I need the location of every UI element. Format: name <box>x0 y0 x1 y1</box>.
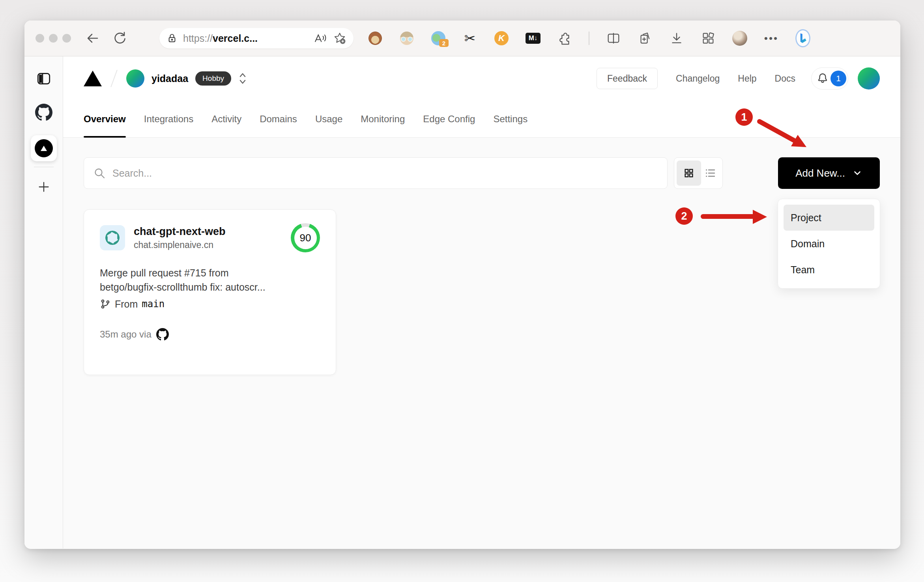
browser-profile-avatar[interactable] <box>732 31 747 46</box>
extensions-row: 2 ✂ K M↓ ••• <box>368 31 810 46</box>
commit-line-2: betgo/bugfix-scrollthumb fix: autoscr... <box>100 280 320 294</box>
view-toggle <box>674 157 723 189</box>
settings-more-icon[interactable]: ••• <box>764 31 779 46</box>
dropdown-item-project[interactable]: Project <box>784 205 874 231</box>
team-name[interactable]: yidadaa <box>152 73 188 84</box>
vercel-app-tile-active[interactable] <box>31 135 57 161</box>
bell-icon <box>816 72 829 85</box>
address-bar[interactable]: https://vercel.c... <box>159 28 354 48</box>
vercel-circle-icon <box>35 139 53 157</box>
search-input[interactable] <box>112 168 658 179</box>
translate-extension-icon[interactable]: 2 <box>431 31 446 46</box>
project-domain[interactable]: chat.simplenaive.cn <box>134 240 226 250</box>
branch-row: From main <box>100 298 320 310</box>
annotation-step-2: 2 <box>675 207 693 225</box>
github-icon <box>156 328 169 341</box>
grid-view-button[interactable] <box>677 160 701 186</box>
notifications-button[interactable]: 1 <box>811 67 848 90</box>
chevron-down-icon <box>852 168 862 178</box>
projects-toolbar: Add New... <box>84 157 880 189</box>
annotation-step-1: 1 <box>735 108 753 126</box>
reload-icon[interactable] <box>112 31 127 46</box>
add-app-button[interactable] <box>35 178 52 196</box>
dropdown-item-team[interactable]: Team <box>784 257 874 283</box>
header-actions: Feedback Changelog Help Docs 1 <box>597 67 880 90</box>
github-sidebar-icon[interactable] <box>35 104 52 121</box>
user-avatar[interactable] <box>858 67 880 90</box>
apps-grid-icon[interactable] <box>701 31 716 46</box>
branch-name: main <box>142 298 165 310</box>
k-letter-icon: K <box>494 31 509 45</box>
tab-edge-config[interactable]: Edge Config <box>423 101 475 137</box>
dropdown-item-domain[interactable]: Domain <box>784 231 874 257</box>
split-screen-icon[interactable] <box>606 31 621 46</box>
branch-prefix: From <box>115 298 138 310</box>
add-new-label: Add New... <box>795 167 845 179</box>
sidebar-toggle-button[interactable] <box>35 70 52 87</box>
search-box[interactable] <box>84 157 668 189</box>
tab-usage[interactable]: Usage <box>315 101 342 137</box>
add-new-dropdown: Project Domain Team <box>778 199 880 289</box>
monkey-icon <box>368 32 382 45</box>
translate-icon: 2 <box>431 31 445 45</box>
lighthouse-score-ring: 90 <box>291 223 320 252</box>
project-name: chat-gpt-next-web <box>134 226 226 238</box>
zoom-window-button[interactable] <box>62 34 71 43</box>
profile-photo-icon <box>732 31 747 46</box>
plan-badge: Hobby <box>195 71 231 86</box>
tab-monitoring[interactable]: Monitoring <box>361 101 405 137</box>
browser-toolbar: https://vercel.c... 2 ✂ K M↓ <box>24 21 900 56</box>
extension-count-badge: 2 <box>439 39 449 47</box>
deploy-meta-row: 35m ago via <box>100 328 320 341</box>
url-scheme: https:// <box>183 33 213 44</box>
extensions-menu-icon[interactable] <box>557 31 572 46</box>
list-view-button[interactable] <box>701 160 720 186</box>
markdown-extension-icon[interactable]: M↓ <box>526 31 541 46</box>
minimize-window-button[interactable] <box>49 34 58 43</box>
commit-line-1: Merge pull request #715 from <box>100 266 320 280</box>
tab-overview[interactable]: Overview <box>84 101 126 137</box>
read-aloud-icon[interactable] <box>313 32 327 45</box>
url-host: vercel.c... <box>213 33 258 44</box>
add-new-button[interactable]: Add New... <box>778 157 880 189</box>
tab-activity[interactable]: Activity <box>211 101 241 137</box>
project-card[interactable]: chat-gpt-next-web chat.simplenaive.cn 90… <box>84 209 336 375</box>
app-shell: yidadaa Hobby Feedback Changelog Help Do… <box>24 56 900 548</box>
scope-switcher-icon[interactable] <box>237 72 249 85</box>
bing-chat-button[interactable] <box>795 31 810 46</box>
collections-icon[interactable] <box>638 31 653 46</box>
openai-logo-icon <box>100 225 125 250</box>
project-card-header: chat-gpt-next-web chat.simplenaive.cn 90 <box>100 223 320 252</box>
changelog-link[interactable]: Changelog <box>676 73 720 84</box>
lighthouse-score-value: 90 <box>294 227 317 249</box>
grid-view-icon <box>683 167 695 179</box>
app-sidebar <box>24 56 63 548</box>
back-icon[interactable] <box>85 31 100 46</box>
tab-settings[interactable]: Settings <box>493 101 527 137</box>
bing-icon <box>795 29 810 47</box>
docs-link[interactable]: Docs <box>775 73 795 84</box>
browser-window: https://vercel.c... 2 ✂ K M↓ <box>24 21 900 549</box>
breadcrumb-slash <box>110 70 118 87</box>
notification-count-badge: 1 <box>830 71 846 86</box>
tab-integrations[interactable]: Integrations <box>144 101 193 137</box>
commit-message: Merge pull request #715 from betgo/bugfi… <box>100 266 320 295</box>
add-favorite-icon[interactable] <box>333 32 346 45</box>
help-link[interactable]: Help <box>738 73 756 84</box>
lock-icon <box>166 33 178 44</box>
vercel-logo <box>84 71 102 86</box>
scissors-extension-icon[interactable]: ✂ <box>462 31 477 46</box>
search-icon <box>94 167 105 179</box>
team-avatar[interactable] <box>126 69 144 88</box>
puzzle-icon <box>557 31 572 46</box>
downloads-icon[interactable] <box>669 31 684 46</box>
keylol-extension-icon[interactable]: K <box>494 31 509 46</box>
tampermonkey-extension-icon[interactable] <box>368 31 383 46</box>
tab-domains[interactable]: Domains <box>260 101 297 137</box>
avatar-extension-icon[interactable] <box>399 31 414 46</box>
feedback-button[interactable]: Feedback <box>597 68 658 89</box>
vercel-dashboard: yidadaa Hobby Feedback Changelog Help Do… <box>63 56 900 548</box>
project-titles: chat-gpt-next-web chat.simplenaive.cn <box>134 226 226 250</box>
close-window-button[interactable] <box>36 34 44 43</box>
deploy-meta-text: 35m ago via <box>100 329 152 340</box>
